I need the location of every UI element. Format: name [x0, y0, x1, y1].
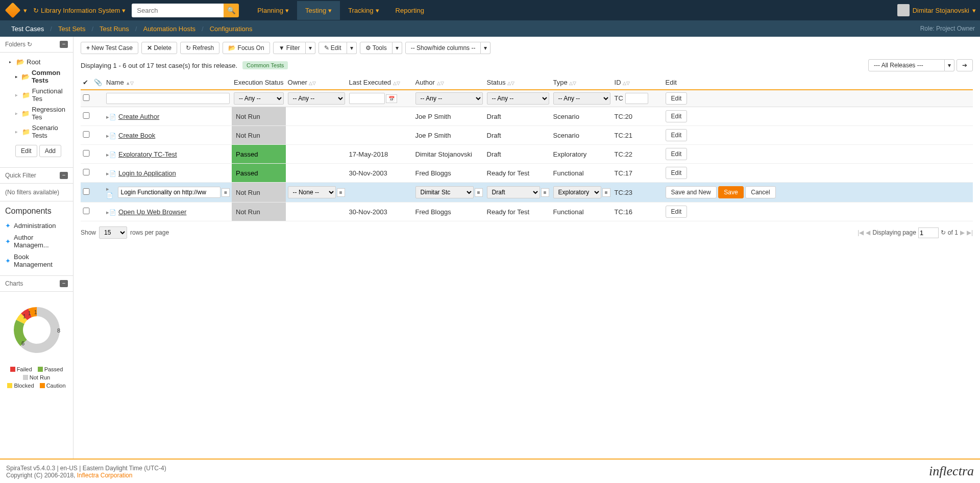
list-icon[interactable]: ≡ — [475, 188, 483, 197]
test-case-table: ✔ 📎 Name ▲▽ Execution Status Owner △▽ La… — [81, 75, 973, 221]
save-and-new-button[interactable]: Save and New — [666, 186, 717, 198]
col-status[interactable]: Status △▽ — [485, 75, 551, 90]
first-page-icon[interactable]: |◀ — [857, 229, 864, 236]
columns-select[interactable]: -- Show/hide columns -- — [405, 42, 481, 54]
list-icon[interactable]: ≡ — [602, 188, 610, 197]
filter-dropdown[interactable]: ▾ — [306, 42, 315, 54]
row-edit-button[interactable]: Edit — [666, 148, 688, 160]
tools-button[interactable]: ⚙ Tools — [360, 42, 393, 54]
page-size-select[interactable]: 15 — [99, 226, 127, 239]
test-case-link[interactable]: Login to Application — [118, 169, 176, 177]
filter-status-select[interactable]: -- Any -- — [487, 92, 549, 105]
component-administration[interactable]: ✦Administration — [5, 220, 68, 232]
test-case-link[interactable]: Exploratory TC-Test — [118, 150, 177, 158]
tree-scenario[interactable]: ▹📁Scenario Tests — [3, 122, 70, 141]
list-icon[interactable]: ≡ — [541, 188, 549, 197]
col-author[interactable]: Author △▽ — [413, 75, 485, 90]
test-case-link[interactable]: Open Up Web Browser — [118, 208, 186, 216]
tab-test-sets[interactable]: Test Sets — [52, 25, 91, 33]
component-author-management[interactable]: ✦Author Managem... — [5, 232, 68, 251]
list-icon[interactable]: ≡ — [222, 188, 230, 197]
nav-planning[interactable]: Planning ▾ — [249, 1, 297, 20]
refresh-icon[interactable]: ↻ — [27, 41, 32, 48]
tree-root[interactable]: ▸📂Root — [3, 57, 70, 67]
edit-dropdown[interactable]: ▾ — [347, 42, 357, 54]
col-type[interactable]: Type △▽ — [551, 75, 612, 90]
row-checkbox[interactable] — [83, 169, 90, 175]
folder-edit-button[interactable]: Edit — [15, 145, 37, 157]
filter-type-select[interactable]: -- Any -- — [553, 92, 610, 105]
cancel-button[interactable]: Cancel — [745, 186, 775, 198]
search-input[interactable] — [132, 4, 224, 17]
edit-status-select[interactable]: Draft — [487, 186, 540, 198]
row-edit-button[interactable]: Edit — [666, 167, 688, 179]
filter-owner-select[interactable]: -- Any -- — [288, 92, 345, 105]
filter-date-input[interactable] — [349, 93, 385, 104]
row-checkbox[interactable] — [83, 208, 90, 214]
edit-author-select[interactable]: Dimitar Stc — [415, 186, 474, 198]
nav-reporting[interactable]: Reporting — [387, 1, 432, 20]
refresh-icon[interactable]: ↻ — [941, 229, 946, 236]
user-menu[interactable]: Dimitar Stojanovski ▾ — [897, 4, 976, 16]
col-exec-status[interactable]: Execution Status — [232, 75, 286, 90]
row-edit-button[interactable]: Edit — [666, 129, 688, 141]
release-dropdown[interactable]: ▾ — [945, 59, 954, 71]
last-page-icon[interactable]: ▶| — [967, 229, 973, 236]
tree-regression[interactable]: ▹📁Regression Tes — [3, 104, 70, 122]
nav-tracking[interactable]: Tracking ▾ — [340, 1, 387, 20]
edit-type-select[interactable]: Exploratory — [553, 186, 601, 198]
filter-author-select[interactable]: -- Any -- — [415, 92, 483, 105]
tab-configurations[interactable]: Configurations — [204, 25, 259, 33]
tab-test-cases[interactable]: Test Cases — [5, 25, 50, 33]
tools-dropdown[interactable]: ▾ — [393, 42, 402, 54]
refresh-button[interactable]: ↻ Refresh — [180, 42, 219, 54]
tree-common-tests[interactable]: ▸📂Common Tests — [3, 67, 70, 86]
row-edit-button[interactable]: Edit — [666, 110, 688, 122]
folder-add-button[interactable]: Add — [39, 145, 61, 157]
row-edit-button[interactable]: Edit — [666, 206, 688, 218]
col-owner[interactable]: Owner △▽ — [286, 75, 347, 90]
prev-page-icon[interactable]: ◀ — [866, 229, 870, 236]
save-button[interactable]: Save — [718, 186, 743, 198]
logo-dropdown-icon[interactable]: ▾ — [23, 7, 27, 14]
page-input[interactable] — [918, 227, 939, 238]
release-go-button[interactable]: ➔ — [957, 59, 973, 71]
filter-name-input[interactable] — [106, 93, 230, 104]
release-select[interactable]: --- All Releases --- — [868, 59, 945, 71]
row-checkbox[interactable] — [83, 112, 90, 119]
row-checkbox[interactable] — [83, 131, 90, 138]
toolbar: + New Test Case ✕ Delete ↻ Refresh 📂 Foc… — [81, 42, 973, 54]
col-name[interactable]: Name ▲▽ — [104, 75, 232, 90]
focus-on-button[interactable]: 📂 Focus On — [223, 42, 270, 54]
next-page-icon[interactable]: ▶ — [960, 229, 965, 236]
select-all-checkbox[interactable] — [83, 94, 90, 101]
list-icon[interactable]: ≡ — [337, 188, 345, 197]
col-id[interactable]: ID △▽ — [612, 75, 664, 90]
filter-exec-select[interactable]: -- Any -- — [234, 92, 284, 105]
collapse-icon[interactable]: − — [60, 280, 68, 287]
edit-name-input[interactable] — [118, 187, 221, 198]
row-checkbox[interactable] — [83, 150, 90, 157]
new-test-case-button[interactable]: + New Test Case — [81, 42, 138, 54]
calendar-icon[interactable]: 📅 — [386, 94, 397, 103]
project-selector[interactable]: ↻ Library Information System ▾ — [33, 7, 126, 14]
collapse-icon[interactable]: − — [60, 41, 68, 48]
tree-functional[interactable]: ▹📁Functional Tes — [3, 86, 70, 104]
columns-dropdown[interactable]: ▾ — [481, 42, 491, 54]
filter-edit-button[interactable]: Edit — [666, 92, 688, 105]
row-checkbox[interactable] — [83, 188, 90, 195]
filter-button[interactable]: ▼ Filter — [273, 42, 306, 54]
tab-automation-hosts[interactable]: Automation Hosts — [137, 25, 202, 33]
edit-button[interactable]: ✎ Edit — [318, 42, 347, 54]
collapse-icon[interactable]: − — [60, 172, 68, 179]
test-case-link[interactable]: Create Author — [118, 113, 159, 120]
nav-testing[interactable]: Testing ▾ — [297, 1, 340, 20]
search-button[interactable]: 🔍 — [224, 4, 239, 17]
component-book-management[interactable]: ✦Book Management — [5, 251, 68, 270]
tab-test-runs[interactable]: Test Runs — [93, 25, 135, 33]
delete-button[interactable]: ✕ Delete — [141, 42, 177, 54]
filter-id-input[interactable] — [625, 93, 648, 104]
edit-owner-select[interactable]: -- None -- — [288, 186, 336, 198]
col-last-executed[interactable]: Last Executed △▽ — [347, 75, 413, 90]
test-case-link[interactable]: Create Book — [118, 132, 155, 139]
